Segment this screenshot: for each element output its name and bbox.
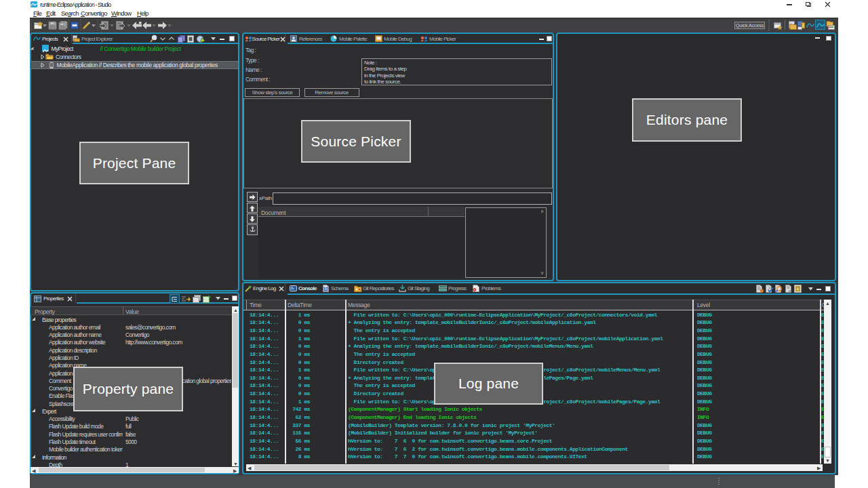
svg-text:S: S: [324, 286, 328, 291]
svg-text:c: c: [789, 289, 791, 293]
